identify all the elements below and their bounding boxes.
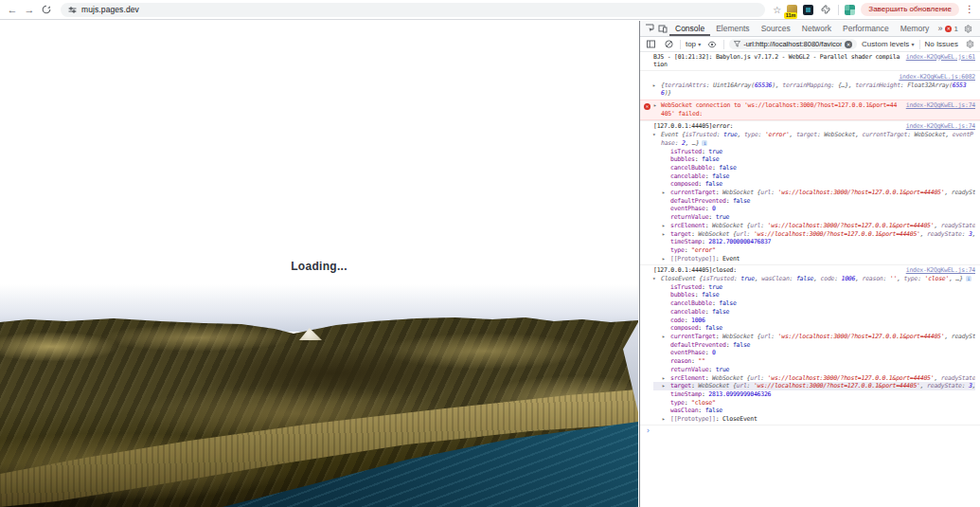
expand-toggle-icon[interactable]: ▸ (662, 222, 665, 230)
console-property-row: defaultPrevented: false (653, 197, 975, 206)
error-badge-count: 1 (953, 25, 957, 33)
extension-teal-icon[interactable] (845, 5, 855, 15)
reload-icon (42, 5, 51, 14)
tab-performance[interactable]: Performance (837, 22, 895, 36)
console-property-row: type: "close" (653, 399, 975, 407)
extension-dark-icon[interactable] (803, 5, 813, 15)
devtools-tabbar: Console Elements Sources Network Perform… (640, 21, 980, 37)
toolbar-divider (723, 40, 724, 49)
extensions-puzzle-icon[interactable] (819, 4, 832, 16)
console-property-row[interactable]: ▸target: WebSocket {url: 'ws://localhost… (653, 230, 975, 239)
console-property-row: wasClean: false (653, 407, 975, 415)
console-property-row: reason: "" (653, 357, 975, 366)
tab-network[interactable]: Network (796, 22, 837, 36)
expand-toggle-icon[interactable]: ▸ (662, 374, 665, 383)
issues-counter[interactable]: No Issues (924, 40, 958, 48)
error-badge-icon: ✕ (945, 26, 952, 32)
console-property-row: bubbles: false (653, 291, 975, 299)
expand-toggle-icon[interactable]: ▸ (662, 333, 665, 341)
devtools-tabbar-right: ✕ 1 ⋮ ✕ (945, 23, 980, 35)
tab-memory[interactable]: Memory (895, 22, 935, 36)
devtools-panel: Console Elements Sources Network Perform… (639, 21, 980, 507)
bookmark-star-icon[interactable]: ☆ (773, 5, 781, 15)
source-link[interactable]: index-K2QgKwEL.js:74 (906, 266, 975, 275)
console-property-row: defaultPrevented: false (653, 341, 975, 350)
console-property-row[interactable]: ▸srcElement: WebSocket {url: 'ws://local… (653, 222, 975, 230)
console-event-message: index-K2QgKwEL.js:74[127.0.0.1:44405]err… (640, 120, 980, 264)
live-expression-eye-icon[interactable] (705, 38, 719, 50)
log-levels-dropdown[interactable]: Custom levels ▾ (862, 40, 915, 48)
console-property-row[interactable]: ▸target: WebSocket {url: 'ws://localhost… (653, 382, 975, 390)
collapse-toggle-icon[interactable]: ▾ (652, 131, 655, 139)
console-property-row: timeStamp: 2813.0999999046326 (653, 390, 975, 399)
console-property-row: returnValue: true (653, 213, 975, 222)
console-property-row: returnValue: true (653, 366, 975, 374)
url-text: mujs.pages.dev (81, 5, 139, 14)
expand-toggle-icon[interactable]: ▸ (652, 81, 655, 90)
console-property-row: isTrusted: true (653, 283, 975, 292)
expand-toggle-icon[interactable]: ▸ (662, 230, 665, 239)
console-property-row: eventPhase: 0 (653, 205, 975, 213)
expand-toggle-icon[interactable]: ▸ (662, 415, 665, 424)
expand-toggle-icon[interactable]: ▸ (662, 382, 665, 390)
event-label: [127.0.0.1:44405]closed: (653, 266, 737, 274)
site-settings-icon[interactable] (68, 6, 77, 14)
devtools-settings-gear-icon[interactable] (962, 23, 975, 35)
clear-filter-icon[interactable]: ✕ (845, 41, 852, 48)
console-event-message: index-K2QgKwEL.js:74[127.0.0.1:44405]clo… (640, 264, 980, 425)
update-chrome-button[interactable]: Завершить обновление (861, 3, 959, 16)
expand-toggle-icon[interactable]: ▸ (662, 189, 665, 197)
console-prompt[interactable]: › (640, 425, 980, 438)
console-property-row: eventPhase: 0 (653, 349, 975, 357)
console-property-row[interactable]: ▸currentTarget: WebSocket {url: 'ws://lo… (653, 189, 975, 197)
tab-console[interactable]: Console (669, 22, 710, 36)
extension-badge: 11m (784, 12, 797, 19)
console-object-message: index-K2QgKwEL.js:6082▸{terrainAttrs: Ui… (640, 70, 980, 99)
console-sidebar-toggle-icon[interactable] (644, 38, 657, 50)
info-icon: i (702, 140, 707, 146)
toolbar-right-cluster: ☆ 11m Завершить обновление ⋮ (773, 3, 974, 16)
reload-button[interactable] (40, 3, 53, 16)
source-link[interactable]: index-K2QgKwEL.js:61 (906, 53, 975, 62)
info-icon: i (966, 276, 971, 281)
console-property-row[interactable]: ▸[[Prototype]]: Event (653, 255, 975, 263)
extension-timer-icon[interactable]: 11m (787, 5, 797, 15)
console-property-row[interactable]: ▸currentTarget: WebSocket {url: 'ws://lo… (653, 333, 975, 341)
terrain-3d-scene[interactable] (0, 284, 638, 507)
browser-toolbar: ← → mujs.pages.dev ☆ 11m Завершить обнов… (0, 0, 980, 20)
console-filter-input[interactable]: -url:http://localhost:8080/favicon.ico ✕ (729, 39, 857, 49)
error-counter[interactable]: ✕ 1 (945, 25, 957, 33)
console-property-row: cancelBubble: false (653, 164, 975, 172)
browser-menu-button[interactable]: ⋮ (965, 5, 974, 14)
tab-elements[interactable]: Elements (710, 22, 755, 36)
back-button[interactable]: ← (6, 3, 19, 16)
console-error-message: index-K2QgKwEL.js:74✕▸WebSocket connecti… (640, 100, 980, 120)
page-viewport: Loading... (0, 21, 638, 507)
more-tabs-button[interactable]: » (935, 24, 945, 33)
expand-toggle-icon[interactable]: ▸ (662, 255, 665, 263)
address-bar[interactable]: mujs.pages.dev (61, 3, 765, 17)
expand-toggle-icon[interactable]: ▸ (653, 101, 656, 110)
console-property-row[interactable]: ▸[[Prototype]]: CloseEvent (653, 415, 975, 424)
inspect-element-icon[interactable] (643, 23, 656, 35)
console-property-row: type: "error" (653, 246, 975, 255)
console-property-row: cancelBubble: false (653, 299, 975, 308)
console-settings-gear-icon[interactable] (963, 38, 976, 50)
console-log-message: index-K2QgKwEL.js:61BJS - [01:21:32]: Ba… (640, 51, 980, 70)
device-toolbar-icon[interactable] (656, 23, 669, 35)
forward-button[interactable]: → (23, 3, 36, 16)
console-property-row: cancelable: false (653, 308, 975, 317)
toolbar-divider (919, 40, 920, 49)
tab-sources[interactable]: Sources (756, 22, 796, 36)
console-property-row[interactable]: ▸srcElement: WebSocket {url: 'ws://local… (653, 374, 975, 383)
source-link[interactable]: index-K2QgKwEL.js:6082 (899, 73, 975, 81)
browser-window: ← → mujs.pages.dev ☆ 11m Завершить обнов… (0, 0, 980, 507)
source-link[interactable]: index-K2QgKwEL.js:74 (906, 101, 975, 110)
error-icon: ✕ (644, 103, 650, 110)
collapse-toggle-icon[interactable]: ▾ (652, 275, 655, 283)
console-property-row: isTrusted: true (653, 148, 975, 156)
source-link[interactable]: index-K2QgKwEL.js:74 (906, 122, 975, 131)
context-selector[interactable]: top ▾ (686, 40, 701, 48)
clear-console-icon[interactable] (662, 38, 675, 50)
console-property-row: composed: false (653, 324, 975, 333)
